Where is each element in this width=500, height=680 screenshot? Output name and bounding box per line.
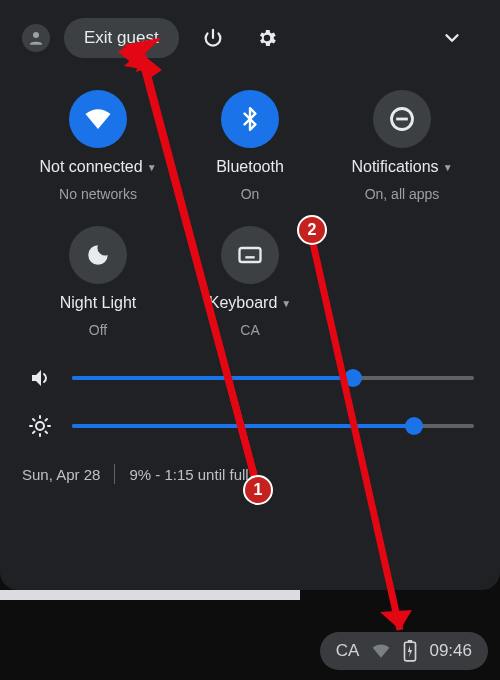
- toggle-keyboard: Keyboard ▼ CA: [174, 226, 326, 338]
- night-light-title: Night Light: [60, 294, 137, 312]
- shelf-fragment: [0, 590, 300, 600]
- notifications-subtitle: On, all apps: [365, 186, 440, 202]
- toggle-bluetooth: Bluetooth On: [174, 90, 326, 202]
- wifi-title-row[interactable]: Not connected ▼: [39, 158, 156, 176]
- wifi-title: Not connected: [39, 158, 142, 176]
- svg-line-13: [33, 419, 35, 421]
- guest-avatar[interactable]: [22, 24, 50, 52]
- caret-down-icon: ▼: [443, 162, 453, 173]
- settings-button[interactable]: [247, 18, 287, 58]
- volume-icon: [26, 366, 54, 390]
- toggle-notifications: Notifications ▼ On, all apps: [326, 90, 478, 202]
- wifi-off-icon: [371, 641, 391, 661]
- system-tray[interactable]: CA 09:46: [320, 632, 488, 670]
- wifi-icon: [83, 104, 113, 134]
- svg-rect-18: [408, 640, 412, 642]
- gear-icon: [256, 27, 278, 49]
- svg-line-14: [46, 432, 48, 434]
- bluetooth-icon: [237, 106, 263, 132]
- svg-marker-26: [380, 610, 412, 630]
- do-not-disturb-icon: [388, 105, 416, 133]
- brightness-icon: [26, 414, 54, 438]
- volume-thumb[interactable]: [344, 369, 362, 387]
- bluetooth-title: Bluetooth: [216, 158, 284, 176]
- bluetooth-title-row[interactable]: Bluetooth: [216, 158, 284, 176]
- notifications-title-row[interactable]: Notifications ▼: [351, 158, 452, 176]
- wifi-subtitle: No networks: [59, 186, 137, 202]
- power-button[interactable]: [193, 18, 233, 58]
- status-date: Sun, Apr 28: [22, 466, 100, 483]
- keyboard-title: Keyboard: [209, 294, 278, 312]
- power-icon: [202, 27, 224, 49]
- brightness-thumb[interactable]: [405, 417, 423, 435]
- toggle-wifi: Not connected ▼ No networks: [22, 90, 174, 202]
- person-icon: [27, 29, 45, 47]
- svg-line-16: [46, 419, 48, 421]
- panel-header: Exit guest: [22, 18, 478, 58]
- night-light-subtitle: Off: [89, 322, 107, 338]
- bluetooth-toggle-button[interactable]: [221, 90, 279, 148]
- caret-down-icon: ▼: [281, 298, 291, 309]
- volume-slider[interactable]: [72, 376, 474, 380]
- quick-settings-panel: Exit guest: [0, 0, 500, 590]
- caret-down-icon: ▼: [147, 162, 157, 173]
- chevron-down-icon: [441, 27, 463, 49]
- bluetooth-subtitle: On: [241, 186, 260, 202]
- tray-clock: 09:46: [429, 641, 472, 661]
- status-line: Sun, Apr 28 9% - 1:15 until full: [22, 464, 478, 484]
- keyboard-icon: [236, 241, 264, 269]
- svg-point-8: [36, 422, 44, 430]
- wifi-toggle-button[interactable]: [69, 90, 127, 148]
- toggle-grid: Not connected ▼ No networks Bluetooth On: [22, 90, 478, 338]
- status-separator: [114, 464, 115, 484]
- sliders-section: [22, 366, 478, 438]
- moon-icon: [85, 242, 111, 268]
- battery-charging-icon: [403, 640, 417, 662]
- notifications-title: Notifications: [351, 158, 438, 176]
- keyboard-toggle-button[interactable]: [221, 226, 279, 284]
- brightness-slider[interactable]: [72, 424, 474, 428]
- toggle-night-light: Night Light Off: [22, 226, 174, 338]
- brightness-slider-row: [26, 414, 474, 438]
- exit-guest-button[interactable]: Exit guest: [64, 18, 179, 58]
- volume-slider-row: [26, 366, 474, 390]
- svg-line-15: [33, 432, 35, 434]
- svg-point-0: [33, 32, 39, 38]
- keyboard-title-row[interactable]: Keyboard ▼: [209, 294, 291, 312]
- status-battery: 9% - 1:15 until full: [129, 466, 248, 483]
- night-light-title-row[interactable]: Night Light: [60, 294, 137, 312]
- collapse-button[interactable]: [432, 18, 472, 58]
- keyboard-subtitle: CA: [240, 322, 259, 338]
- notifications-toggle-button[interactable]: [373, 90, 431, 148]
- tray-ime-indicator: CA: [336, 641, 360, 661]
- night-light-toggle-button[interactable]: [69, 226, 127, 284]
- svg-rect-3: [240, 248, 261, 262]
